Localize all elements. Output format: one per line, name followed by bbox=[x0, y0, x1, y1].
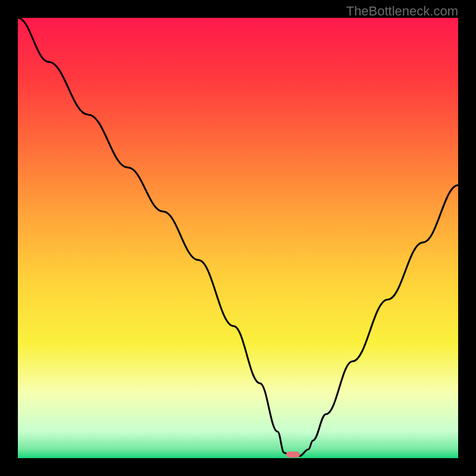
bottleneck-curve bbox=[18, 18, 458, 458]
watermark-text: TheBottleneck.com bbox=[346, 4, 458, 19]
optimal-point-marker bbox=[286, 452, 300, 458]
chart-frame: TheBottleneck.com bbox=[0, 0, 476, 476]
plot-area bbox=[18, 18, 458, 458]
